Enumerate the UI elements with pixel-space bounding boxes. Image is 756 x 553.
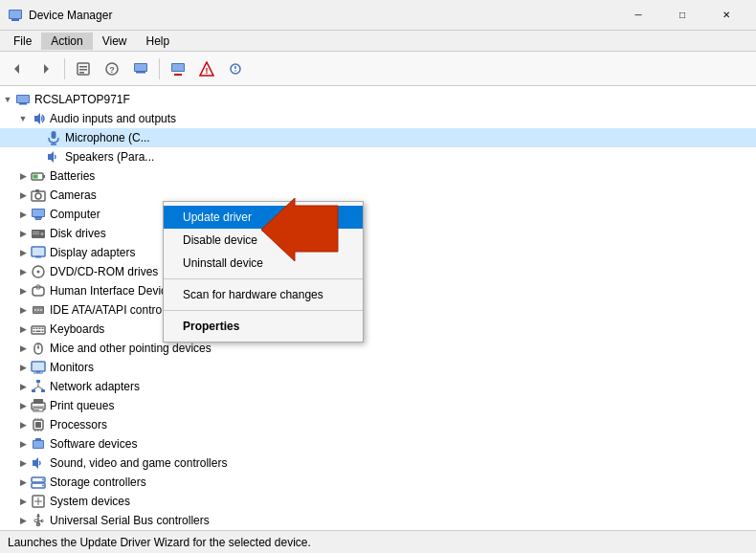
svg-rect-41: [33, 233, 39, 234]
svg-rect-30: [33, 175, 38, 179]
tree-item-usb[interactable]: ▶ Universal Serial Bus controllers: [0, 511, 756, 530]
window-title: Device Manager: [29, 9, 616, 22]
root-toggle[interactable]: ▼: [0, 92, 15, 107]
menu-view[interactable]: View: [93, 33, 137, 50]
batteries-toggle[interactable]: ▶: [15, 168, 31, 184]
audio-toggle[interactable]: ▼: [15, 111, 31, 126]
cameras-toggle[interactable]: ▶: [15, 188, 31, 203]
monitors-icon: [31, 360, 46, 375]
maximize-button[interactable]: □: [660, 0, 704, 31]
menu-help[interactable]: Help: [137, 33, 180, 50]
tree-item-software[interactable]: ▶ Software devices: [0, 434, 756, 453]
mice-toggle[interactable]: ▶: [15, 341, 31, 356]
tree-item-keyboards[interactable]: ▶ Keyboards: [0, 320, 756, 339]
monitors-label: Monitors: [50, 361, 94, 374]
svg-rect-8: [79, 72, 84, 74]
scan-button[interactable]: [222, 55, 249, 82]
tree-item-computer[interactable]: ▶ Computer: [0, 205, 756, 224]
tree-item-print[interactable]: ▶ Print queues: [0, 396, 756, 415]
svg-rect-40: [33, 232, 39, 232]
tree-item-system[interactable]: ▶ System devices: [0, 492, 756, 511]
svg-point-47: [37, 271, 40, 274]
tree-item-dvd[interactable]: ▶ DVD/CD-ROM drives: [0, 262, 756, 281]
title-bar: Device Manager ─ □ ✕: [0, 0, 756, 31]
svg-rect-23: [17, 96, 29, 102]
ctx-uninstall-device[interactable]: Uninstall device: [164, 252, 363, 275]
forward-button[interactable]: [33, 55, 59, 82]
computer-toggle[interactable]: ▶: [15, 207, 31, 222]
disk-label: Disk drives: [50, 227, 106, 240]
monitors-toggle[interactable]: ▶: [15, 360, 31, 375]
ctx-scan-hardware[interactable]: Scan for hardware changes: [164, 283, 363, 306]
tree-root[interactable]: ▼ RCSLAPTOP971F: [0, 90, 756, 109]
close-button[interactable]: ✕: [704, 0, 748, 31]
dvd-toggle[interactable]: ▶: [15, 264, 31, 279]
toolbar-separator-1: [64, 58, 65, 79]
cameras-label: Cameras: [50, 188, 97, 202]
computer-button[interactable]: [127, 55, 154, 82]
app-icon: [8, 8, 23, 23]
processors-toggle[interactable]: ▶: [15, 417, 31, 432]
mice-label: Mice and other pointing devices: [50, 342, 211, 355]
tree-item-batteries[interactable]: ▶ Batteries: [0, 166, 756, 186]
tree-item-mice[interactable]: ▶ Mice and other pointing devices: [0, 339, 756, 358]
help-button[interactable]: ?: [99, 55, 125, 82]
hid-icon: [31, 283, 46, 299]
tree-item-sound[interactable]: ▶ Sound, video and game controllers: [0, 453, 756, 473]
hid-toggle[interactable]: ▶: [15, 283, 31, 299]
tree-item-ide[interactable]: ▶ IDE ATA/ATAPI controllers: [0, 300, 756, 320]
status-text: Launches the Update Driver Wizard for th…: [8, 536, 311, 549]
sound-toggle[interactable]: ▶: [15, 455, 31, 471]
disk-toggle[interactable]: ▶: [15, 226, 31, 241]
system-label: System devices: [50, 495, 130, 508]
processors-icon: [31, 417, 46, 432]
tree-item-hid[interactable]: ▶ Human Interface Devices: [0, 281, 756, 300]
uninstall-button[interactable]: !: [193, 55, 220, 82]
menu-action[interactable]: Action: [41, 33, 92, 50]
minimize-button[interactable]: ─: [616, 0, 660, 31]
system-icon: [31, 494, 46, 509]
tree-item-display[interactable]: ▶ Display adapters: [0, 243, 756, 262]
menu-file[interactable]: File: [4, 33, 41, 50]
remove-button[interactable]: [165, 55, 191, 82]
system-toggle[interactable]: ▶: [15, 494, 31, 509]
tree-item-processors[interactable]: ▶ Processors: [0, 415, 756, 434]
usb-toggle[interactable]: ▶: [15, 513, 31, 528]
display-toggle[interactable]: ▶: [15, 245, 31, 260]
hid-label: Human Interface Devices: [50, 284, 179, 298]
svg-rect-60: [33, 331, 35, 333]
batteries-label: Batteries: [50, 169, 95, 183]
speakers-icon: [46, 149, 61, 165]
software-toggle[interactable]: ▶: [15, 436, 31, 452]
storage-toggle[interactable]: ▶: [15, 475, 31, 490]
tree-item-audio[interactable]: ▼ Audio inputs and outputs: [0, 109, 756, 128]
ctx-separator-2: [164, 310, 363, 311]
ctx-disable-device[interactable]: Disable device: [164, 229, 363, 252]
back-button[interactable]: [4, 55, 31, 82]
svg-rect-24: [19, 103, 27, 105]
batteries-icon: [31, 168, 46, 184]
network-label: Network adapters: [50, 380, 140, 393]
svg-rect-25: [52, 131, 56, 139]
print-label: Print queues: [50, 399, 114, 412]
ctx-properties[interactable]: Properties: [164, 315, 363, 338]
context-menu: Update driver Disable device Uninstall d…: [163, 201, 364, 343]
print-toggle[interactable]: ▶: [15, 398, 31, 413]
tree-item-monitors[interactable]: ▶ Monitors: [0, 358, 756, 377]
ctx-update-driver[interactable]: Update driver: [164, 206, 363, 229]
keyboards-toggle[interactable]: ▶: [15, 321, 31, 337]
network-toggle[interactable]: ▶: [15, 379, 31, 394]
tree-item-disk[interactable]: ▶ Disk drives: [0, 224, 756, 243]
ide-icon: [31, 302, 46, 318]
status-bar: Launches the Update Driver Wizard for th…: [0, 530, 756, 553]
device-tree[interactable]: ▼ RCSLAPTOP971F ▼ Audio input: [0, 86, 756, 532]
tree-item-microphone[interactable]: Microphone (C...: [0, 128, 756, 147]
tree-item-speakers[interactable]: Speakers (Para...: [0, 147, 756, 166]
ide-toggle[interactable]: ▶: [15, 302, 31, 318]
tree-item-storage[interactable]: ▶ Storage controllers: [0, 473, 756, 492]
properties-button[interactable]: [70, 55, 97, 82]
tree-item-network[interactable]: ▶ Network adapters: [0, 377, 756, 396]
svg-marker-3: [14, 64, 19, 74]
svg-rect-2: [10, 11, 21, 18]
tree-item-cameras[interactable]: ▶ Cameras: [0, 186, 756, 205]
